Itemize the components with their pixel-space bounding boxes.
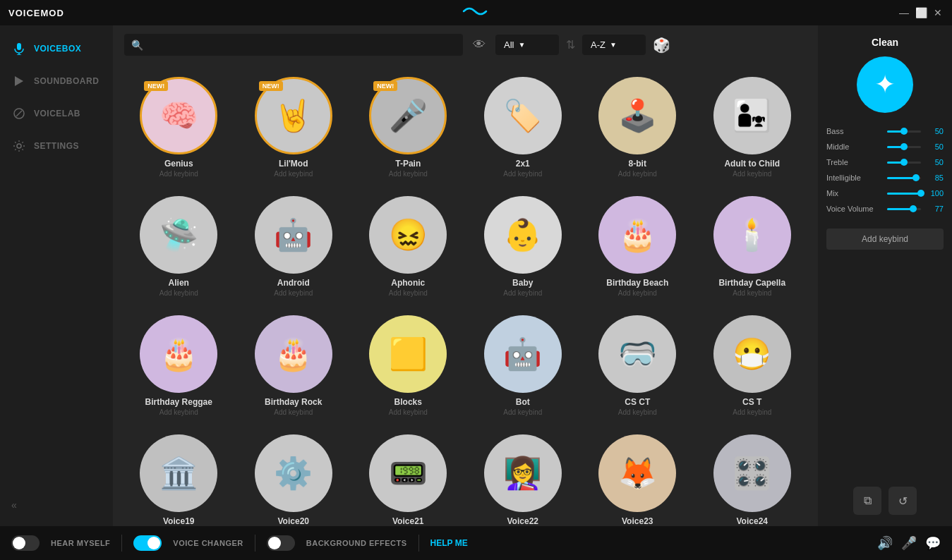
new-badge: NEW! xyxy=(373,81,397,91)
voice-card[interactable]: 🤖 Bot Add keybind xyxy=(469,308,578,422)
slider-value: 85 xyxy=(925,174,944,182)
close-button[interactable]: ✕ xyxy=(932,7,944,18)
slider-track[interactable] xyxy=(887,177,921,179)
search-bar-area: 🔍 👁 All ▼ ⇅ A-Z ▼ 🎲 xyxy=(113,25,818,64)
voice-avatar: ⚙️ xyxy=(255,434,332,512)
voice-card[interactable]: NEW! 🎤 T-Pain Add keybind xyxy=(354,70,463,183)
voice-keybind[interactable]: Add keybind xyxy=(389,289,428,297)
voice-keybind[interactable]: Add keybind xyxy=(618,170,657,178)
voice-keybind[interactable]: Add keybind xyxy=(733,170,771,178)
separator-2 xyxy=(255,535,255,552)
voice-keybind[interactable]: Add keybind xyxy=(274,408,313,416)
selected-voice-avatar: ✦ xyxy=(857,56,913,113)
sidebar-collapse-button[interactable]: « xyxy=(0,491,113,519)
reset-button[interactable]: ↺ xyxy=(888,487,917,515)
slider-track[interactable] xyxy=(887,130,921,133)
sidebar-item-voicebox[interactable]: VOICEBOX xyxy=(0,32,113,65)
voice-changer-toggle[interactable] xyxy=(133,535,162,551)
voice-card[interactable]: 🎂 Birthday Rock Add keybind xyxy=(239,308,349,422)
voice-card[interactable]: 🦊 Voice23 Add keybind xyxy=(583,427,692,526)
voice-keybind[interactable]: Add keybind xyxy=(503,170,542,178)
voice-emoji: 🏷️ xyxy=(503,97,542,134)
voice-keybind[interactable]: Add keybind xyxy=(389,408,428,416)
voice-emoji: 🟨 xyxy=(389,336,428,372)
voice-card[interactable]: ⚙️ Voice20 Add keybind xyxy=(239,427,349,526)
voice-keybind[interactable]: Add keybind xyxy=(274,289,313,297)
voice-emoji: 🎤 xyxy=(389,97,428,134)
right-panel-actions: ⧉ ↺ xyxy=(853,487,917,515)
voice-card[interactable]: 👶 Baby Add keybind xyxy=(469,189,578,303)
voice-card[interactable]: 🎛️ Voice24 Add keybind xyxy=(698,427,807,526)
slider-section: Bass 50 Middle 50 Treble 50 Intelligible… xyxy=(826,127,944,220)
voice-keybind[interactable]: Add keybind xyxy=(733,408,771,416)
window-controls: — ⬜ ✕ xyxy=(898,7,944,18)
voice-card[interactable]: 🏷️ 2x1 Add keybind xyxy=(469,70,578,183)
separator-3 xyxy=(418,535,419,552)
voice-card[interactable]: NEW! 🤘 Lil'Mod Add keybind xyxy=(239,70,349,183)
voice-keybind[interactable]: Add keybind xyxy=(618,289,657,297)
random-button[interactable]: 🎲 xyxy=(653,37,670,54)
copy-button[interactable]: ⧉ xyxy=(853,487,881,515)
reset-icon: ↺ xyxy=(898,494,908,508)
hear-myself-toggle[interactable] xyxy=(11,535,40,551)
voice-card[interactable]: 😷 CS T Add keybind xyxy=(698,308,807,422)
voice-name: CS CT xyxy=(625,397,650,407)
search-input[interactable] xyxy=(124,34,463,56)
voice-keybind[interactable]: Add keybind xyxy=(503,289,542,297)
voice-avatar: 📟 xyxy=(369,434,447,512)
chat-icon[interactable]: 💬 xyxy=(925,535,941,551)
microphone-bottom-icon[interactable]: 🎤 xyxy=(901,535,917,551)
background-effects-toggle[interactable] xyxy=(267,535,295,551)
voice-name: 2x1 xyxy=(516,159,530,169)
voice-keybind[interactable]: Add keybind xyxy=(618,408,657,416)
voice-keybind[interactable]: Add keybind xyxy=(389,170,428,178)
slider-track[interactable] xyxy=(887,208,921,210)
slider-thumb xyxy=(900,159,908,166)
voice-changer-label: VOICE CHANGER xyxy=(173,539,243,547)
slider-track[interactable] xyxy=(887,146,921,148)
minimize-button[interactable]: — xyxy=(898,7,910,18)
voice-card[interactable]: 😖 Aphonic Add keybind xyxy=(354,189,463,303)
voice-keybind[interactable]: Add keybind xyxy=(503,408,542,416)
voice-card[interactable]: 📟 Voice21 Add keybind xyxy=(354,427,463,526)
filter-dropdown[interactable]: All ▼ xyxy=(495,35,559,55)
voice-card[interactable]: NEW! 🧠 Genius Add keybind xyxy=(124,70,234,183)
voice-card[interactable]: 🏛️ Voice19 Add keybind xyxy=(124,427,234,526)
voice-name: Android xyxy=(277,278,310,288)
voice-grid-wrapper[interactable]: NEW! 🧠 Genius Add keybind NEW! 🤘 Lil'Mod… xyxy=(113,64,818,526)
voice-card[interactable]: 🎂 Birthday Reggae Add keybind xyxy=(124,308,234,422)
voice-card[interactable]: 👩‍🏫 Voice22 Add keybind xyxy=(469,427,578,526)
voice-keybind[interactable]: Add keybind xyxy=(274,170,313,178)
sidebar-item-voicelab[interactable]: VOICELAB xyxy=(0,97,113,130)
volume-icon[interactable]: 🔊 xyxy=(877,535,893,551)
voice-card[interactable]: 🕹️ 8-bit Add keybind xyxy=(583,70,692,183)
slider-thumb xyxy=(900,143,908,150)
slider-track[interactable] xyxy=(887,162,921,164)
voice-keybind[interactable]: Add keybind xyxy=(733,289,771,297)
voice-name: Voice24 xyxy=(737,516,768,526)
voice-card[interactable]: 🥽 CS CT Add keybind xyxy=(583,308,692,422)
sort-dropdown[interactable]: A-Z ▼ xyxy=(582,35,646,55)
voice-name: Genius xyxy=(164,159,193,169)
voice-card[interactable]: 🛸 Alien Add keybind xyxy=(124,189,234,303)
content-area: 🔍 👁 All ▼ ⇅ A-Z ▼ 🎲 NEW! 🧠 Gen xyxy=(113,25,818,526)
voice-keybind[interactable]: Add keybind xyxy=(159,408,198,416)
voice-card[interactable]: 🎂 Birthday Beach Add keybind xyxy=(583,189,692,303)
sidebar-item-settings[interactable]: SETTINGS xyxy=(0,130,113,162)
help-button[interactable]: HELP ME xyxy=(430,538,468,548)
voice-avatar: 🦊 xyxy=(598,434,676,512)
voice-card[interactable]: 🤖 Android Add keybind xyxy=(239,189,349,303)
voice-emoji: 🥽 xyxy=(618,336,657,372)
slider-track[interactable] xyxy=(887,193,921,195)
voice-card[interactable]: 👨‍👧 Adult to Child Add keybind xyxy=(698,70,807,183)
add-keybind-button[interactable]: Add keybind xyxy=(826,229,944,250)
voice-card[interactable]: 🟨 Blocks Add keybind xyxy=(354,308,463,422)
voice-keybind[interactable]: Add keybind xyxy=(159,170,198,178)
voice-keybind[interactable]: Add keybind xyxy=(159,289,198,297)
voice-avatar: 🕯️ xyxy=(713,196,791,274)
voice-card[interactable]: 🕯️ Birthday Capella Add keybind xyxy=(698,189,807,303)
sidebar-item-soundboard[interactable]: SOUNDBOARD xyxy=(0,65,113,97)
maximize-button[interactable]: ⬜ xyxy=(915,7,927,18)
voice-name: Bot xyxy=(516,397,530,407)
visibility-toggle-button[interactable]: 👁 xyxy=(470,35,488,55)
